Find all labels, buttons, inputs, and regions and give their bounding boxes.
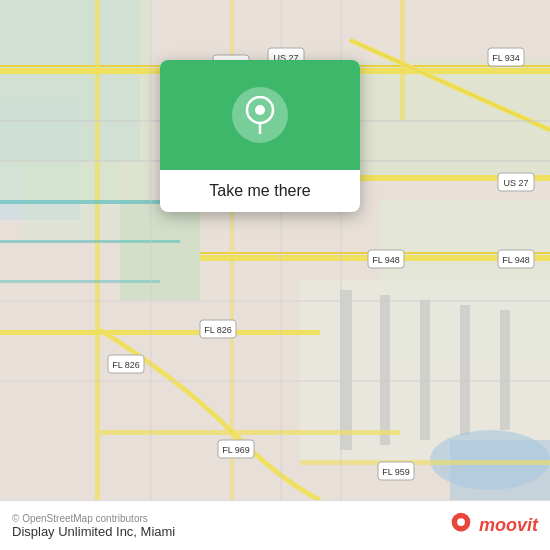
svg-rect-10 [380, 295, 390, 445]
popup-card: Take me there [160, 60, 360, 212]
moovit-logo[interactable]: moovit [447, 512, 538, 540]
take-me-there-button[interactable]: Take me there [160, 170, 360, 212]
svg-rect-5 [120, 200, 200, 300]
bottom-left-info: © OpenStreetMap contributors Display Unl… [12, 513, 175, 539]
moovit-pin-icon [447, 512, 475, 540]
svg-point-60 [255, 105, 265, 115]
svg-text:US 27: US 27 [503, 178, 528, 188]
svg-text:FL 948: FL 948 [372, 255, 400, 265]
svg-rect-36 [150, 0, 152, 500]
pin-circle [232, 87, 288, 143]
svg-text:FL 934: FL 934 [492, 53, 520, 63]
svg-rect-15 [450, 440, 550, 500]
moovit-brand-text: moovit [479, 515, 538, 536]
map-container: FL 826 US 27 FL 934 US 27 FL 948 FL 948 … [0, 0, 550, 500]
svg-rect-24 [95, 0, 100, 500]
svg-rect-26 [100, 430, 400, 435]
svg-rect-30 [0, 240, 180, 243]
location-text: Display Unlimited Inc, Miami [12, 524, 175, 539]
bottom-bar: © OpenStreetMap contributors Display Unl… [0, 500, 550, 550]
svg-rect-11 [420, 300, 430, 440]
svg-text:FL 969: FL 969 [222, 445, 250, 455]
svg-rect-28 [400, 0, 405, 120]
svg-rect-31 [0, 280, 160, 283]
popup-green-header [160, 60, 360, 170]
svg-rect-23 [0, 330, 320, 335]
svg-text:FL 948: FL 948 [502, 255, 530, 265]
location-pin-icon [244, 96, 276, 134]
svg-rect-35 [0, 380, 550, 382]
svg-rect-12 [460, 305, 470, 435]
attribution-text: © OpenStreetMap contributors [12, 513, 175, 524]
svg-rect-34 [0, 300, 550, 302]
svg-rect-13 [500, 310, 510, 430]
svg-text:FL 826: FL 826 [112, 360, 140, 370]
svg-point-62 [457, 518, 465, 526]
svg-rect-4 [0, 0, 150, 200]
svg-text:FL 959: FL 959 [382, 467, 410, 477]
svg-text:FL 826: FL 826 [204, 325, 232, 335]
svg-rect-27 [300, 460, 550, 465]
